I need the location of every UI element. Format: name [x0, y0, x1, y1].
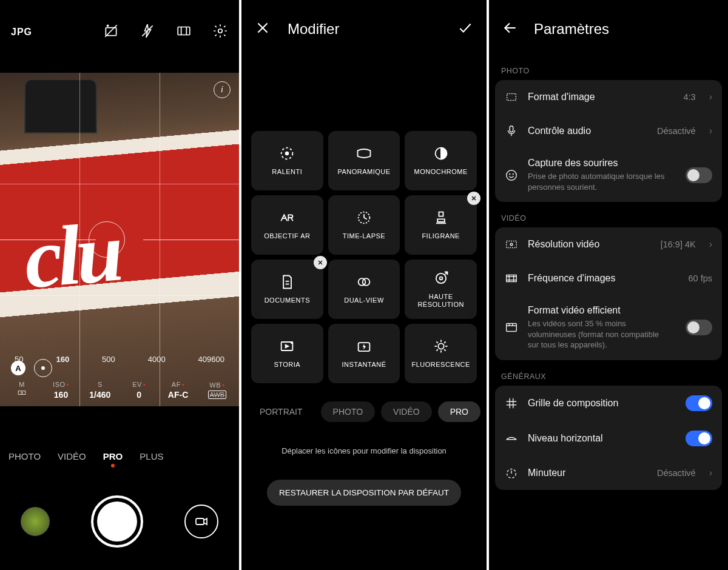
- settings-card: Grille de compositionNiveau horizontalMi…: [495, 386, 722, 490]
- row-value: [16:9] 4K: [661, 240, 696, 249]
- mode-pro[interactable]: PRO: [103, 451, 123, 461]
- svg-point-33: [438, 344, 443, 349]
- pro-params-bar: MISO160S1/460EV0AFAF-CWBAWB: [0, 374, 239, 406]
- setting-row-grid[interactable]: Grille de composition: [495, 386, 722, 421]
- pro-param-af[interactable]: AFAF-C: [158, 374, 197, 406]
- pill-portrait[interactable]: PORTRAIT: [248, 401, 315, 422]
- pro-param-wb[interactable]: WBAWB: [198, 374, 237, 406]
- row-title: Fréquence d'images: [528, 273, 679, 284]
- smile-icon: [505, 169, 518, 182]
- tile-timelapse[interactable]: TIME-LAPSE: [328, 195, 400, 255]
- category-pills: PORTRAITPHOTOVIDÉOPRO: [241, 383, 487, 422]
- tile-label: FILIGRANE: [419, 232, 462, 240]
- svg-marker-30: [286, 345, 289, 348]
- pro-param-s[interactable]: S1/460: [81, 374, 120, 406]
- back-icon[interactable]: [502, 20, 518, 38]
- section-label: VIDÉO: [489, 206, 728, 227]
- chevron-right-icon: ›: [709, 92, 712, 102]
- filter-icon[interactable]: [176, 23, 192, 41]
- pro-param-m[interactable]: M: [2, 374, 41, 406]
- row-title: Minuteur: [528, 468, 647, 478]
- mode-vidéo[interactable]: VIDÉO: [58, 451, 86, 461]
- svg-line-18: [364, 218, 367, 219]
- tile-ar[interactable]: OBJECTIF AR: [251, 195, 323, 255]
- svg-line-39: [444, 350, 445, 351]
- setting-row-vfmt[interactable]: Format vidéo efficientLes vidéos sont 35…: [495, 295, 722, 360]
- mode-photo[interactable]: PHOTO: [8, 451, 41, 461]
- tile-label: RALENTI: [269, 168, 305, 176]
- pro-param-ev[interactable]: EV0: [120, 374, 158, 406]
- confirm-icon[interactable]: [457, 20, 473, 38]
- toggle[interactable]: [686, 320, 712, 335]
- settings-icon[interactable]: [212, 23, 228, 41]
- section-label: GÉNÉRAUX: [489, 364, 728, 386]
- info-icon[interactable]: i: [214, 81, 231, 98]
- svg-point-47: [513, 173, 513, 174]
- restore-default-button[interactable]: RESTAURER LA DISPOSITION PAR DÉFAUT: [267, 480, 461, 506]
- iso-tick[interactable]: 409600: [198, 355, 224, 364]
- toggle[interactable]: [686, 167, 712, 183]
- video-switch-button[interactable]: [184, 505, 218, 538]
- setting-row-timer[interactable]: MinuteurDésactivé›: [495, 456, 722, 490]
- toggle[interactable]: [686, 431, 712, 446]
- settings-card: Résolution vidéo[16:9] 4K›Fréquence d'im…: [495, 227, 722, 360]
- motion-photo-off-icon[interactable]: [103, 23, 119, 41]
- section-label: PHOTO: [489, 58, 728, 80]
- iso-tick[interactable]: 4000: [148, 355, 166, 364]
- row-title: Résolution vidéo: [528, 239, 651, 250]
- tile-fluor[interactable]: FLUORESCENCE: [405, 324, 477, 383]
- tile-label: TIME-LAPSE: [340, 232, 388, 240]
- tile-label: MONOCHROME: [412, 168, 470, 176]
- setting-row-vres[interactable]: Résolution vidéo[16:9] 4K›: [495, 227, 722, 261]
- timer-icon: [505, 466, 518, 480]
- tile-hires[interactable]: HAUTE RÉSOLUTION: [405, 260, 477, 319]
- remove-badge-icon[interactable]: [467, 192, 480, 205]
- setting-row-aspect[interactable]: Format d'image4:3›: [495, 80, 722, 114]
- tile-label: DUAL-VIEW: [342, 297, 386, 304]
- svg-line-41: [444, 342, 445, 343]
- level-icon: [505, 432, 518, 445]
- tile-instant[interactable]: INSTANTANÉ: [328, 324, 400, 383]
- svg-rect-8: [18, 391, 25, 394]
- remove-badge-icon[interactable]: [314, 256, 327, 269]
- vres-icon: [505, 238, 518, 251]
- svg-rect-44: [510, 126, 513, 132]
- format-badge[interactable]: JPG: [11, 27, 32, 38]
- tile-mono[interactable]: MONOCHROME: [405, 131, 477, 190]
- tile-dual[interactable]: DUAL-VIEW: [328, 260, 400, 319]
- tile-label: OBJECTIF AR: [261, 232, 312, 240]
- drag-hint: Déplacer les icônes pour modifier la dis…: [241, 446, 487, 455]
- pro-param-iso[interactable]: ISO160: [41, 374, 80, 406]
- flash-off-icon[interactable]: [140, 23, 155, 41]
- close-icon[interactable]: [255, 20, 271, 38]
- row-subtitle: Les vidéos sont 35 % moins volumineuses …: [528, 318, 667, 350]
- pill-vidéo[interactable]: VIDÉO: [381, 401, 432, 422]
- modifier-title: Modifier: [288, 21, 440, 38]
- tile-pano[interactable]: PANORAMIQUE: [328, 131, 400, 190]
- setting-row-level[interactable]: Niveau horizontal: [495, 421, 722, 456]
- mode-plus[interactable]: PLUS: [140, 451, 163, 461]
- shutter-button[interactable]: [91, 495, 143, 548]
- tile-storia[interactable]: STORIA: [251, 324, 323, 383]
- setting-row-smile[interactable]: Capture des souriresPrise de photo autom…: [495, 148, 722, 202]
- pill-photo[interactable]: PHOTO: [321, 401, 376, 422]
- tile-stamp[interactable]: FILIGRANE: [405, 195, 477, 255]
- svg-point-9: [21, 392, 23, 394]
- iso-tick[interactable]: 500: [102, 355, 115, 364]
- setting-row-mic[interactable]: Contrôle audioDésactivé›: [495, 114, 722, 148]
- tile-doc[interactable]: DOCUMENTS: [251, 260, 323, 319]
- pill-pro[interactable]: PRO: [438, 401, 480, 422]
- toggle[interactable]: [686, 395, 712, 411]
- svg-rect-55: [507, 324, 517, 332]
- svg-rect-10: [196, 518, 204, 525]
- tile-ralenti[interactable]: RALENTI: [251, 131, 323, 190]
- setting-row-fps[interactable]: Fréquence d'images60 fps: [495, 261, 722, 295]
- tile-label: STORIA: [271, 361, 303, 369]
- modifier-panel: Modifier RALENTIPANORAMIQUEMONOCHROMEOBJ…: [241, 0, 487, 570]
- gallery-thumbnail[interactable]: [21, 507, 50, 536]
- tile-label: FLUORESCENCE: [409, 361, 472, 369]
- svg-point-46: [510, 173, 510, 174]
- viewfinder[interactable]: clu i 50 160 500 4000 409600 A MISO160S1…: [0, 73, 239, 406]
- chevron-right-icon: ›: [709, 468, 712, 478]
- iso-tick-selected[interactable]: 160: [56, 355, 69, 364]
